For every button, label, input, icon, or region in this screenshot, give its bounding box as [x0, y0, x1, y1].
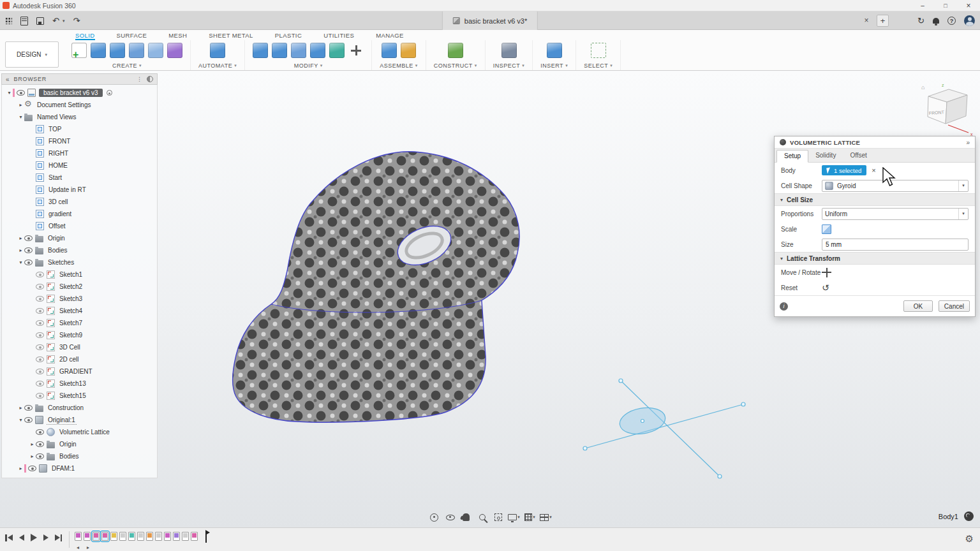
- clear-selection-icon[interactable]: [872, 166, 875, 174]
- visibility-eye-icon[interactable]: [36, 356, 44, 362]
- browser-tree-item[interactable]: Sketch4: [2, 305, 157, 317]
- insert-image-icon[interactable]: [547, 43, 562, 58]
- browser-tree-item[interactable]: 3D Cell: [2, 341, 157, 353]
- visibility-eye-icon[interactable]: [36, 344, 44, 350]
- move-rotate-icon[interactable]: [822, 268, 831, 277]
- browser-tree-item[interactable]: Origin: [2, 438, 157, 450]
- ribbon-tab[interactable]: SHEET METAL: [209, 32, 253, 40]
- notifications-icon[interactable]: [933, 18, 939, 24]
- expand-arrow-icon[interactable]: [17, 114, 24, 120]
- joint-icon[interactable]: [401, 43, 416, 58]
- proportions-dropdown[interactable]: Uniform: [822, 208, 969, 220]
- new-tab-button[interactable]: [877, 15, 889, 27]
- browser-tree-item[interactable]: Bodies: [2, 244, 157, 256]
- scroll-right-icon[interactable]: [87, 545, 89, 550]
- browser-tree-item[interactable]: Construction: [2, 402, 157, 414]
- orbit-button[interactable]: [427, 511, 441, 524]
- visibility-eye-icon[interactable]: [36, 429, 44, 435]
- browser-tree-item[interactable]: DFAM:1: [2, 462, 157, 474]
- redo-icon[interactable]: ↷: [73, 17, 80, 25]
- dialog-tab[interactable]: Solidity: [808, 150, 843, 162]
- timeline-feature[interactable]: [155, 532, 162, 541]
- fit-button[interactable]: [491, 511, 505, 524]
- cell-size-section[interactable]: Cell Size: [775, 193, 975, 206]
- visibility-eye-icon[interactable]: [24, 235, 33, 241]
- timeline-feature[interactable]: [164, 532, 171, 541]
- dialog-tab[interactable]: Setup: [776, 150, 808, 163]
- browser-tree-item[interactable]: Update in RT: [2, 184, 157, 196]
- zoom-button[interactable]: [475, 511, 489, 524]
- dock-panel-icon[interactable]: [966, 139, 970, 146]
- split-icon[interactable]: [329, 43, 345, 58]
- browser-tree-item[interactable]: Original:1: [2, 414, 157, 426]
- ribbon-tab[interactable]: SURFACE: [117, 32, 147, 40]
- look-at-button[interactable]: [443, 511, 457, 524]
- combine-icon[interactable]: [310, 43, 325, 58]
- browser-tree-item[interactable]: Sketch9: [2, 329, 157, 341]
- new-component-icon[interactable]: [382, 43, 397, 58]
- ribbon-group-label[interactable]: ASSEMBLE: [380, 62, 418, 69]
- visibility-eye-icon[interactable]: [36, 320, 44, 326]
- browser-tree-item[interactable]: 2D cell: [2, 353, 157, 365]
- browser-tree-item[interactable]: Sketch15: [2, 390, 157, 402]
- timeline-feature[interactable]: [110, 532, 117, 541]
- ribbon-tab[interactable]: SOLID: [75, 32, 95, 40]
- ribbon-tab[interactable]: UTILITIES: [323, 32, 354, 40]
- ribbon-group-label[interactable]: MODIFY: [294, 62, 323, 69]
- visibility-eye-icon[interactable]: [36, 284, 44, 290]
- skip-to-end-button[interactable]: [55, 534, 63, 541]
- construction-plane-icon[interactable]: [448, 43, 463, 58]
- browser-display-toggle-icon[interactable]: [147, 76, 153, 82]
- workspace-selector[interactable]: DESIGN: [5, 41, 59, 68]
- timeline-feature[interactable]: [128, 532, 135, 541]
- browser-tree-item[interactable]: Volumetric Lattice: [2, 426, 157, 438]
- body-selection-chip[interactable]: 1 selected: [822, 165, 866, 175]
- browser-tree-item[interactable]: basic bracket v6 v3: [2, 87, 157, 99]
- dropdown-caret-icon[interactable]: [958, 209, 968, 219]
- expand-arrow-icon[interactable]: [17, 247, 24, 253]
- ribbon-group-label[interactable]: CONSTRUCT: [434, 62, 477, 69]
- browser-tree-item[interactable]: Sketch2: [2, 281, 157, 293]
- timeline-feature[interactable]: [173, 532, 180, 541]
- visibility-eye-icon[interactable]: [36, 308, 44, 314]
- browser-tree-item[interactable]: TOP: [2, 123, 157, 135]
- file-menu-icon[interactable]: [20, 17, 28, 26]
- timeline-feature[interactable]: [137, 532, 144, 541]
- info-icon[interactable]: [780, 302, 788, 311]
- fillet-icon[interactable]: [272, 43, 287, 58]
- visibility-eye-icon[interactable]: [36, 441, 44, 447]
- visibility-eye-icon[interactable]: [36, 381, 44, 386]
- undo-caret-icon[interactable]: ▾: [63, 18, 65, 24]
- press-pull-icon[interactable]: [253, 43, 268, 58]
- browser-tree-item[interactable]: Sketches: [2, 256, 157, 268]
- skip-to-start-button[interactable]: [5, 534, 13, 541]
- browser-tree-item[interactable]: Sketch3: [2, 293, 157, 305]
- visibility-eye-icon[interactable]: [24, 405, 33, 411]
- lattice-transform-section[interactable]: Lattice Transform: [775, 252, 975, 265]
- visibility-eye-icon[interactable]: [24, 260, 33, 265]
- move-copy-icon[interactable]: [348, 43, 364, 58]
- ribbon-group-label[interactable]: INSERT: [540, 62, 568, 69]
- ribbon-group-label[interactable]: INSPECT: [493, 62, 525, 69]
- visibility-eye-icon[interactable]: [36, 332, 44, 338]
- view-cube[interactable]: z ⌂ FRONT x: [920, 80, 977, 139]
- timeline-feature[interactable]: [101, 532, 108, 541]
- viewports-button[interactable]: [539, 511, 553, 524]
- visibility-eye-icon[interactable]: [17, 90, 25, 96]
- dialog-tab[interactable]: Offset: [843, 150, 874, 162]
- browser-tree-item[interactable]: FRONT: [2, 135, 157, 147]
- ribbon-tab[interactable]: PLASTIC: [275, 32, 302, 40]
- browser-tree-item[interactable]: RIGHT: [2, 147, 157, 159]
- step-back-button[interactable]: [19, 534, 24, 541]
- timeline-settings-gear-icon[interactable]: [965, 534, 974, 543]
- browser-tree-item[interactable]: HOME: [2, 159, 157, 172]
- browser-tree-item[interactable]: GRADIENT: [2, 365, 157, 378]
- timeline-feature[interactable]: [191, 532, 198, 541]
- save-icon[interactable]: [36, 17, 44, 25]
- scale-tool-icon[interactable]: [822, 224, 831, 234]
- expand-arrow-icon[interactable]: [29, 441, 36, 447]
- ribbon-group-label[interactable]: SELECT: [584, 62, 612, 69]
- timeline-position-marker[interactable]: [205, 531, 207, 543]
- timeline-feature[interactable]: [119, 532, 126, 541]
- close-window-button[interactable]: [957, 0, 980, 11]
